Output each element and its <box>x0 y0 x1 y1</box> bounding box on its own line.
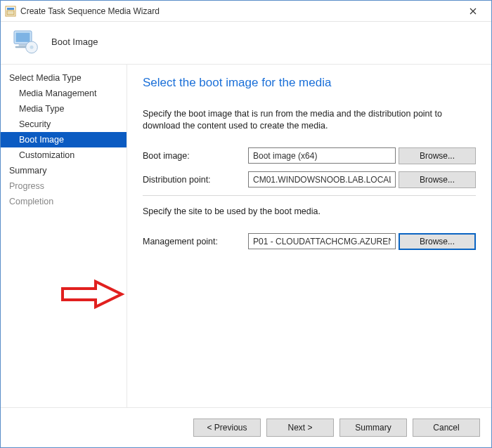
boot-image-row: Boot image: Browse... <box>143 147 476 164</box>
sidebar-item-completion: Completion <box>1 194 127 209</box>
sidebar: Select Media Type Media Management Media… <box>1 65 127 407</box>
footer: < Previous Next > Summary Cancel <box>1 408 491 447</box>
boot-image-browse-button[interactable]: Browse... <box>399 147 476 164</box>
cancel-button[interactable]: Cancel <box>413 419 480 437</box>
sidebar-item-label: Summary <box>9 166 46 176</box>
boot-image-field[interactable] <box>248 147 396 164</box>
window-title: Create Task Sequence Media Wizard <box>20 6 160 16</box>
sidebar-item-boot-image[interactable]: Boot Image <box>1 132 127 147</box>
app-icon <box>5 6 16 17</box>
svg-rect-4 <box>16 33 30 42</box>
previous-button[interactable]: < Previous <box>193 419 261 437</box>
header: Boot Image <box>1 22 491 64</box>
svg-rect-1 <box>7 8 14 10</box>
sidebar-item-label: Media Management <box>19 88 96 98</box>
content-heading: Select the boot image for the media <box>143 76 476 90</box>
sidebar-item-label: Media Type <box>19 104 64 114</box>
distribution-point-browse-button[interactable]: Browse... <box>399 171 476 188</box>
summary-button[interactable]: Summary <box>339 419 407 437</box>
wizard-window: Create Task Sequence Media Wizard Boot I… <box>0 0 492 448</box>
distribution-point-label: Distribution point: <box>143 175 248 185</box>
close-button[interactable] <box>459 1 487 21</box>
management-point-browse-button[interactable]: Browse... <box>399 233 476 250</box>
management-point-field[interactable] <box>248 233 396 249</box>
boot-image-label: Boot image: <box>143 151 248 161</box>
sidebar-item-label: Completion <box>9 197 53 206</box>
sidebar-item-security[interactable]: Security <box>1 117 127 132</box>
sidebar-item-select-media-type[interactable]: Select Media Type <box>1 70 127 86</box>
management-point-row: Management point: Browse... <box>143 233 476 250</box>
next-button[interactable]: Next > <box>266 419 334 437</box>
distribution-point-field[interactable] <box>248 171 396 187</box>
svg-point-8 <box>30 46 34 49</box>
sidebar-item-media-type[interactable]: Media Type <box>1 101 127 117</box>
sidebar-item-label: Progress <box>9 181 44 191</box>
content-description: Specify the boot image that is run from … <box>143 108 476 132</box>
sidebar-item-label: Customization <box>19 150 75 160</box>
svg-rect-2 <box>7 11 14 15</box>
section2-text: Specify the site to be used by the boot … <box>143 206 476 218</box>
wizard-body: Select Media Type Media Management Media… <box>1 64 491 408</box>
distribution-point-row: Distribution point: Browse... <box>143 171 476 188</box>
sidebar-item-label: Boot Image <box>19 135 64 145</box>
sidebar-item-media-management[interactable]: Media Management <box>1 86 127 101</box>
sidebar-item-customization[interactable]: Customization <box>1 147 127 163</box>
sidebar-item-summary[interactable]: Summary <box>1 163 127 178</box>
sidebar-item-progress: Progress <box>1 178 127 194</box>
page-title: Boot Image <box>51 37 98 47</box>
sidebar-item-label: Security <box>19 119 51 129</box>
sidebar-item-label: Select Media Type <box>9 73 82 83</box>
content-pane: Select the boot image for the media Spec… <box>127 65 491 407</box>
management-point-label: Management point: <box>143 237 248 246</box>
divider <box>143 195 476 196</box>
titlebar: Create Task Sequence Media Wizard <box>1 1 491 22</box>
computer-disc-icon <box>11 27 39 55</box>
